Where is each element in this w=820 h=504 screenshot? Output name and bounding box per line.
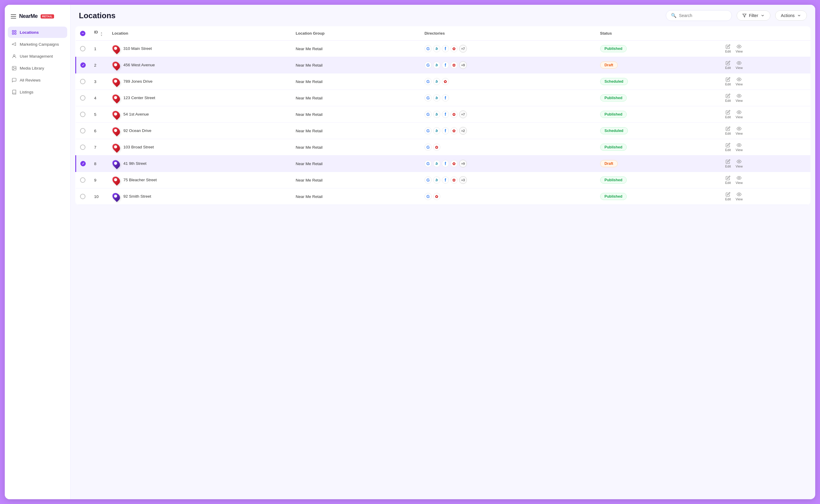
edit-button[interactable]: Edit [725, 110, 731, 119]
select-all-checkbox[interactable] [80, 31, 85, 36]
row-group: Near Me Retail [291, 172, 420, 188]
view-button[interactable]: View [736, 176, 743, 185]
row-status: Scheduled [596, 123, 721, 139]
view-button[interactable]: View [736, 93, 743, 102]
view-button[interactable]: View [736, 110, 743, 119]
row-location-name: 310 Main Street [123, 46, 152, 51]
col-location: Location [108, 26, 291, 41]
edit-button[interactable]: Edit [725, 143, 731, 152]
row-id: 10 [90, 188, 108, 205]
filter-button[interactable]: Filter [737, 10, 770, 21]
row-dirs: Gbf✿+3 [420, 172, 596, 188]
sidebar-item-media[interactable]: Media Library [8, 62, 67, 74]
row-status: Scheduled [596, 73, 721, 90]
row-group: Near Me Retail [291, 156, 420, 172]
row-checkbox-cell [76, 57, 90, 73]
edit-label: Edit [725, 148, 731, 152]
view-button[interactable]: View [736, 126, 743, 135]
view-button[interactable]: View [736, 143, 743, 152]
row-action-cell: Edit View [721, 188, 810, 205]
sidebar-item-listings[interactable]: Listings [8, 86, 67, 98]
view-button[interactable]: View [736, 192, 743, 201]
view-label: View [736, 82, 743, 86]
dir-bing: b [433, 62, 440, 69]
dir-facebook: f [442, 62, 449, 69]
row-checkbox[interactable] [80, 194, 85, 199]
row-action-cell: Edit View [721, 41, 810, 57]
search-input[interactable] [679, 13, 727, 18]
sidebar-item-label: Locations [20, 30, 39, 35]
dir-yelp: ✿ [433, 144, 440, 151]
table-wrapper: ID ▲▼ Location Location Group Directorie… [70, 26, 815, 499]
view-label: View [736, 132, 743, 135]
row-location-name: 75 Bleacher Street [123, 178, 157, 182]
hamburger-menu[interactable] [11, 14, 16, 19]
sidebar-item-reviews[interactable]: All Reviews [8, 74, 67, 86]
status-badge: Scheduled [600, 127, 628, 134]
row-dirs: Gbf✿+9 [420, 57, 596, 73]
edit-button[interactable]: Edit [725, 77, 731, 86]
sidebar-item-label: Media Library [20, 66, 44, 70]
view-button[interactable]: View [736, 77, 743, 86]
edit-button[interactable]: Edit [725, 93, 731, 102]
row-checkbox-cell [76, 73, 90, 90]
edit-label: Edit [725, 66, 731, 70]
row-status: Draft [596, 156, 721, 172]
edit-button[interactable]: Edit [725, 176, 731, 185]
row-checkbox[interactable] [80, 62, 86, 68]
row-checkbox[interactable] [80, 79, 85, 84]
edit-button[interactable]: Edit [725, 61, 731, 70]
row-location-name: 92 Ocean Drive [123, 128, 151, 133]
dir-bing: b [433, 127, 440, 134]
search-box[interactable]: 🔍 [666, 10, 732, 21]
edit-button[interactable]: Edit [725, 192, 731, 201]
person-icon [11, 53, 17, 59]
edit-button[interactable]: Edit [725, 126, 731, 135]
row-checkbox[interactable] [80, 95, 85, 101]
dir-yelp: ✿ [451, 176, 458, 184]
edit-button[interactable]: Edit [725, 44, 731, 53]
row-checkbox[interactable] [80, 161, 86, 166]
dir-facebook: f [442, 94, 449, 102]
row-checkbox[interactable] [80, 145, 85, 150]
edit-icon [726, 93, 730, 98]
col-directories: Directories [420, 26, 596, 41]
status-badge: Published [600, 144, 627, 151]
dir-google: G [425, 111, 432, 118]
row-checkbox[interactable] [80, 46, 85, 51]
row-status: Published [596, 139, 721, 156]
row-location-name: 123 Center Street [123, 96, 155, 100]
actions-button[interactable]: Actions [775, 10, 807, 21]
row-group: Near Me Retail [291, 90, 420, 106]
sidebar-item-locations[interactable]: Locations [8, 27, 67, 38]
edit-label: Edit [725, 165, 731, 168]
sidebar-nav: Locations Marketing Campaigns User Manag… [5, 27, 70, 98]
view-icon [737, 93, 741, 98]
col-id[interactable]: ID ▲▼ [90, 26, 108, 41]
row-id: 7 [90, 139, 108, 156]
table-row: 9 75 Bleacher Street Near Me Retail Gbf✿… [76, 172, 811, 188]
view-button[interactable]: View [736, 61, 743, 70]
row-action-cell: Edit View [721, 156, 810, 172]
sidebar-item-marketing[interactable]: Marketing Campaigns [8, 39, 67, 50]
row-checkbox-cell [76, 106, 90, 123]
dir-more: +9 [459, 61, 467, 69]
row-location-cell: 456 West Avenue [108, 57, 291, 73]
view-label: View [736, 148, 743, 152]
edit-icon [726, 159, 730, 164]
view-button[interactable]: View [736, 44, 743, 53]
row-checkbox[interactable] [80, 128, 85, 133]
view-label: View [736, 50, 743, 53]
svg-marker-7 [743, 14, 746, 17]
row-checkbox[interactable] [80, 112, 85, 117]
dir-yelp: ✿ [451, 160, 458, 167]
table-row: 8 41 9th Street Near Me Retail Gbf✿+9 Dr… [76, 156, 811, 172]
col-actions [721, 26, 810, 41]
dir-bing: b [433, 176, 440, 184]
sidebar-item-users[interactable]: User Management [8, 50, 67, 62]
edit-button[interactable]: Edit [725, 159, 731, 168]
view-button[interactable]: View [736, 159, 743, 168]
dir-more: +7 [459, 110, 467, 118]
row-checkbox[interactable] [80, 177, 85, 183]
row-checkbox-cell [76, 90, 90, 106]
